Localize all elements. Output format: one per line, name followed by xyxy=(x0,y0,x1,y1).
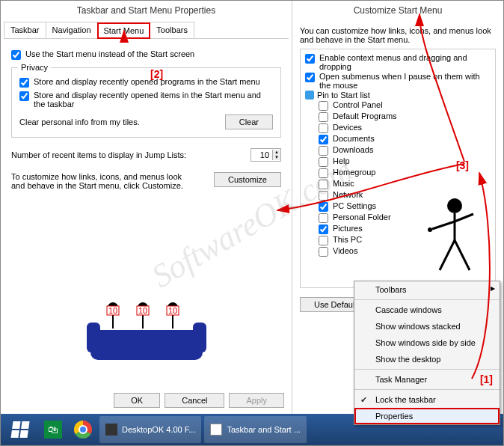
spinner-down-icon[interactable]: ▼ xyxy=(273,155,280,160)
option-checkbox[interactable] xyxy=(319,191,328,201)
tab-navigation[interactable]: Navigation xyxy=(46,22,98,38)
option-checkbox[interactable] xyxy=(319,135,328,144)
option-label: Homegroup xyxy=(333,168,375,177)
menu-separator xyxy=(354,389,500,390)
store-icon: 🛍 xyxy=(44,421,62,439)
option-label: This PC xyxy=(333,235,362,244)
tab-strip: Taskbar Navigation Start Menu Toolbars xyxy=(4,22,289,39)
tab-start-menu[interactable]: Start Menu xyxy=(97,22,151,39)
taskbar-app-desktopok[interactable]: DesktopOK 4.00 F... xyxy=(99,416,201,443)
jump-input[interactable] xyxy=(251,149,272,161)
option-label: Videos xyxy=(333,246,357,255)
option-label: Pictures xyxy=(333,224,363,233)
cancel-button[interactable]: Cancel xyxy=(165,393,224,408)
option-row[interactable]: Help xyxy=(319,156,491,167)
menu-item-properties[interactable]: Properties xyxy=(354,408,500,424)
option-label: Control Panel xyxy=(333,100,383,109)
start-button[interactable] xyxy=(4,416,37,443)
customize-row: To customize how links, icons, and menus… xyxy=(11,172,281,190)
option-checkbox[interactable] xyxy=(319,247,328,257)
option-label: Help xyxy=(333,156,350,165)
option-checkbox[interactable] xyxy=(319,101,328,111)
ok-button[interactable]: OK xyxy=(114,393,160,408)
taskbar-app-label: Taskbar and Start ... xyxy=(227,425,300,434)
svg-text:10: 10 xyxy=(168,306,177,315)
option-row[interactable]: Homegroup xyxy=(319,168,491,178)
option-checkbox[interactable] xyxy=(319,224,328,234)
clear-row: Clear personal info from my tiles. Clear xyxy=(19,114,273,129)
option-row[interactable]: Music xyxy=(319,179,491,189)
windows-logo-icon xyxy=(10,421,29,438)
clear-label: Clear personal info from my tiles. xyxy=(19,117,140,126)
option-label: Default Programs xyxy=(333,112,397,120)
svg-text:10: 10 xyxy=(138,306,147,315)
svg-rect-7 xyxy=(90,330,203,360)
jump-spinner[interactable]: ▲▼ xyxy=(251,148,281,162)
option-row[interactable]: Enable context menus and dragging and dr… xyxy=(305,53,491,71)
option-row[interactable]: Pin to Start list xyxy=(305,91,491,100)
option-checkbox[interactable] xyxy=(319,123,328,133)
option-checkbox[interactable] xyxy=(305,73,315,82)
use-start-menu-row[interactable]: Use the Start menu instead of the Start … xyxy=(11,49,281,60)
option-checkbox[interactable] xyxy=(319,202,328,212)
option-checkbox[interactable] xyxy=(319,168,328,178)
option-row[interactable]: Default Programs xyxy=(319,112,491,122)
use-start-menu-checkbox[interactable] xyxy=(11,50,21,60)
option-label: Music xyxy=(333,179,354,188)
option-checkbox[interactable] xyxy=(305,54,315,64)
menu-separator xyxy=(354,299,500,300)
menu-item-toolbars[interactable]: Toolbars xyxy=(354,281,500,298)
option-checkbox[interactable] xyxy=(319,236,328,245)
tab-toolbars[interactable]: Toolbars xyxy=(150,22,194,38)
priv2-checkbox[interactable] xyxy=(19,91,29,101)
option-label: Documents xyxy=(333,134,375,143)
app-icon xyxy=(105,424,117,436)
option-row[interactable]: Devices xyxy=(319,123,491,133)
menu-item-show-windows-side-by-side[interactable]: Show windows side by side xyxy=(354,334,500,351)
option-row[interactable]: Documents xyxy=(319,134,491,144)
menu-item-task-manager[interactable]: Task Manager xyxy=(354,371,500,388)
option-label: Network xyxy=(333,190,363,199)
customize-button[interactable]: Customize xyxy=(214,172,281,187)
chrome-icon xyxy=(74,421,92,439)
spinner-arrows[interactable]: ▲▼ xyxy=(272,150,280,160)
menu-item-show-windows-stacked[interactable]: Show windows stacked xyxy=(354,318,500,334)
priv2-row[interactable]: Store and display recently opened items … xyxy=(19,91,273,109)
dialog-buttons: OK Cancel Apply xyxy=(114,393,284,408)
svg-line-4 xyxy=(440,240,455,270)
menu-separator xyxy=(354,369,500,370)
option-checkbox[interactable] xyxy=(319,157,328,167)
pin-icon xyxy=(305,91,314,100)
customize-label: To customize how links, icons, and menus… xyxy=(11,172,191,190)
customize-desc: You can customize how links, icons, and … xyxy=(300,26,496,44)
clear-button[interactable]: Clear xyxy=(225,114,273,129)
store-button[interactable]: 🛍 xyxy=(40,416,67,443)
couch-figures-icon: 10 10 10 xyxy=(83,300,210,367)
option-row[interactable]: Downloads xyxy=(319,145,491,156)
svg-point-0 xyxy=(447,198,462,213)
option-row[interactable]: Open submenus when I pause on them with … xyxy=(305,72,491,90)
use-start-menu-label: Use the Start menu instead of the Start … xyxy=(25,49,194,58)
dialog-title-right: Customize Start Menu xyxy=(292,1,503,20)
option-checkbox[interactable] xyxy=(319,112,328,122)
option-row[interactable]: Control Panel xyxy=(319,100,491,111)
menu-item-show-the-desktop[interactable]: Show the desktop xyxy=(354,351,500,367)
priv2-label: Store and display recently opened items … xyxy=(34,91,273,109)
option-label: Open submenus when I pause on them with … xyxy=(319,72,491,90)
option-checkbox[interactable] xyxy=(319,180,328,189)
spinner-up-icon[interactable]: ▲ xyxy=(273,150,280,155)
menu-item-lock-the-taskbar[interactable]: Lock the taskbar xyxy=(354,391,500,408)
chrome-button[interactable] xyxy=(70,416,96,443)
option-checkbox[interactable] xyxy=(319,213,328,223)
dialog-title-left: Taskbar and Start Menu Properties xyxy=(1,1,292,20)
priv1-label: Store and display recently opened progra… xyxy=(34,77,260,86)
apply-button[interactable]: Apply xyxy=(229,393,284,408)
priv1-row[interactable]: Store and display recently opened progra… xyxy=(19,77,273,88)
tab-taskbar[interactable]: Taskbar xyxy=(4,22,46,38)
taskbar-app-properties[interactable]: Taskbar and Start ... xyxy=(204,416,306,443)
option-checkbox[interactable] xyxy=(319,146,328,156)
svg-point-6 xyxy=(428,227,432,232)
menu-item-cascade-windows[interactable]: Cascade windows xyxy=(354,302,500,318)
priv1-checkbox[interactable] xyxy=(19,78,29,88)
option-label: Enable context menus and dragging and dr… xyxy=(319,53,491,71)
